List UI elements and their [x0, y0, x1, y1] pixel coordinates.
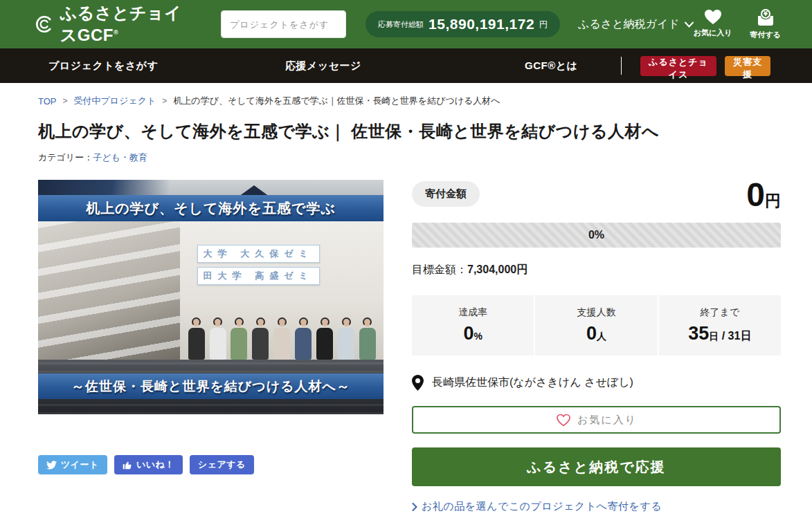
chevron-right-icon [412, 503, 417, 511]
student-figure [251, 317, 269, 360]
student-figure [316, 317, 334, 360]
student-figure [273, 317, 291, 360]
category-label: カテゴリー： [38, 152, 93, 163]
main-nav: プロジェクトをさがす 応援メッセージ GCF®とは ふるさとチョイス 災害支援 [0, 48, 812, 83]
stat-label: 終了まで [659, 306, 781, 319]
location-row: 長崎県佐世保市(ながさきけん させぼし) [412, 375, 781, 391]
total-donation-amount: 15,890,191,172 [428, 16, 534, 33]
total-donation-badge: 応募寄付総額 15,890,191,172 円 [366, 11, 560, 37]
stat-unit: 日 [709, 331, 719, 342]
total-donation-unit: 円 [539, 19, 548, 30]
goal-label: 目標金額： [412, 264, 467, 275]
progress-bar: 0% [412, 223, 781, 248]
favorites-label: お気に入り [694, 28, 732, 38]
logo-c-icon [35, 12, 54, 37]
student-figure [230, 317, 248, 360]
registered-mark: ® [114, 29, 118, 36]
site-logo[interactable]: ふるさとチョイスGCF® [35, 2, 199, 46]
student-figure [209, 317, 227, 360]
breadcrumb-listing-link[interactable]: 受付中プロジェクト [74, 95, 156, 107]
donate-label: 寄付する [750, 30, 781, 40]
chevron-down-icon [685, 21, 694, 28]
favorite-button-label: お気に入り [577, 414, 637, 427]
stat-extra: / 31日 [719, 330, 751, 342]
header-favorites[interactable]: お気に入り [694, 9, 732, 40]
stat-achievement-rate: 達成率 0% [412, 295, 534, 355]
hero-students-group [183, 293, 381, 360]
breadcrumb-separator: > [162, 96, 167, 106]
svg-text:¥: ¥ [764, 10, 768, 17]
breadcrumb-separator: > [63, 96, 68, 106]
stat-supporters: 支援人数 0人 [535, 295, 657, 355]
breadcrumb-current: 机上の学び、そして海外を五感で学ぶ｜佐世保・長崎と世界を結びつける人材へ [173, 95, 500, 107]
project-hero-image[interactable]: 大学 大久保ゼミ 田大学 高盛ゼミ 机上の学び、そして海外を五感で学ぶ ～佐 [38, 180, 384, 414]
hero-seminar-signs: 大学 大久保ゼミ 田大学 高盛ゼミ [197, 245, 320, 285]
disaster-support-button[interactable]: 災害支援 [725, 56, 770, 76]
heart-icon [704, 9, 722, 25]
goal-value: 7,304,000円 [467, 264, 527, 275]
stat-value: 0 [586, 323, 597, 344]
donation-amount-unit: 円 [765, 193, 781, 209]
nav-item-search-projects[interactable]: プロジェクトをさがす [48, 48, 159, 83]
like-button-label: いいね！ [136, 459, 174, 471]
page-title: 机上の学び、そして海外を五感で学ぶ｜ 佐世保・長崎と世界を結びつける人材へ [38, 120, 781, 142]
nav-divider [621, 57, 622, 75]
reward-link-row: お礼の品を選んでこのプロジェクトへ寄付をする [412, 500, 781, 513]
donate-cta-button[interactable]: ふるさと納税で応援 [412, 447, 781, 486]
total-donation-label: 応募寄付総額 [378, 19, 424, 30]
tax-guide-menu[interactable]: ふるさと納税ガイド [578, 17, 694, 32]
breadcrumb-top-link[interactable]: TOP [38, 96, 57, 107]
stat-days-remaining: 終了まで 35日 / 31日 [659, 295, 781, 355]
stat-label: 支援人数 [535, 306, 657, 319]
logo-text: ふるさとチョイスGCF® [60, 2, 199, 46]
thumbs-up-icon [123, 460, 132, 470]
donate-box-icon: ¥ [756, 9, 775, 27]
breadcrumb: TOP > 受付中プロジェクト > 机上の学び、そして海外を五感で学ぶ｜佐世保・… [38, 95, 781, 107]
donation-amount-value: 0 [746, 178, 765, 212]
donation-amount-badge: 寄付金額 [412, 181, 480, 207]
seminar-sign-row1: 大学 大久保ゼミ [197, 245, 320, 263]
category-link[interactable]: 子ども・教育 [93, 152, 147, 163]
site-header: ふるさとチョイスGCF® 応募寄付総額 15,890,191,172 円 ふるさ… [0, 0, 812, 48]
student-figure [337, 317, 355, 360]
goal-amount-row: 目標金額：7,304,000円 [412, 263, 781, 277]
nav-item-support-messages[interactable]: 応援メッセージ [285, 48, 361, 83]
map-pin-icon [412, 375, 424, 391]
nav-item-about-gcf[interactable]: GCF®とは [525, 48, 577, 83]
furusato-choice-button[interactable]: ふるさとチョイス [640, 56, 716, 76]
student-figure [359, 317, 377, 360]
hero-banner-bottom: ～佐世保・長崎と世界を結びつける人材へ～ [38, 373, 384, 399]
stat-unit: % [473, 331, 482, 342]
donation-amount: 0 円 [746, 178, 781, 212]
donation-panel: 寄付金額 0 円 0% 目標金額：7,304,000円 達成率 0% 支援人数 [412, 180, 781, 513]
twitter-bird-icon [46, 461, 57, 470]
progress-percent: 0% [588, 229, 604, 241]
student-figure [294, 317, 312, 360]
search-input[interactable] [222, 11, 346, 37]
seminar-sign-row2: 田大学 高盛ゼミ [197, 267, 320, 285]
favorite-button[interactable]: お気に入り [412, 406, 781, 434]
hero-banner-top: 机上の学び、そして海外を五感で学ぶ [38, 195, 384, 221]
share-button[interactable]: シェアする [190, 455, 254, 474]
location-text: 長崎県佐世保市(ながさきけん させぼし) [432, 376, 633, 390]
category-row: カテゴリー：子ども・教育 [38, 151, 781, 164]
heart-outline-icon [556, 414, 571, 427]
hero-classroom-photo [38, 221, 180, 360]
stat-label: 達成率 [412, 306, 534, 319]
hero-middle-photo: 大学 大久保ゼミ 田大学 高盛ゼミ [38, 221, 384, 360]
stat-value: 35 [688, 323, 709, 344]
header-search [221, 10, 346, 38]
student-figure [188, 317, 206, 360]
header-donate[interactable]: ¥ 寄付する [750, 9, 781, 40]
stats-row: 達成率 0% 支援人数 0人 終了まで 35日 / 31日 [412, 295, 781, 355]
share-row: ツイート いいね！ シェアする [38, 455, 384, 474]
facebook-like-button[interactable]: いいね！ [114, 455, 183, 474]
tweet-button-label: ツイート [61, 459, 99, 471]
reward-link[interactable]: お礼の品を選んでこのプロジェクトへ寄付をする [422, 500, 662, 513]
stat-unit: 人 [597, 331, 606, 342]
tweet-button[interactable]: ツイート [38, 455, 107, 474]
share-button-label: シェアする [198, 459, 246, 471]
tax-guide-label: ふるさと納税ガイド [578, 17, 680, 32]
stat-value: 0 [463, 323, 473, 344]
